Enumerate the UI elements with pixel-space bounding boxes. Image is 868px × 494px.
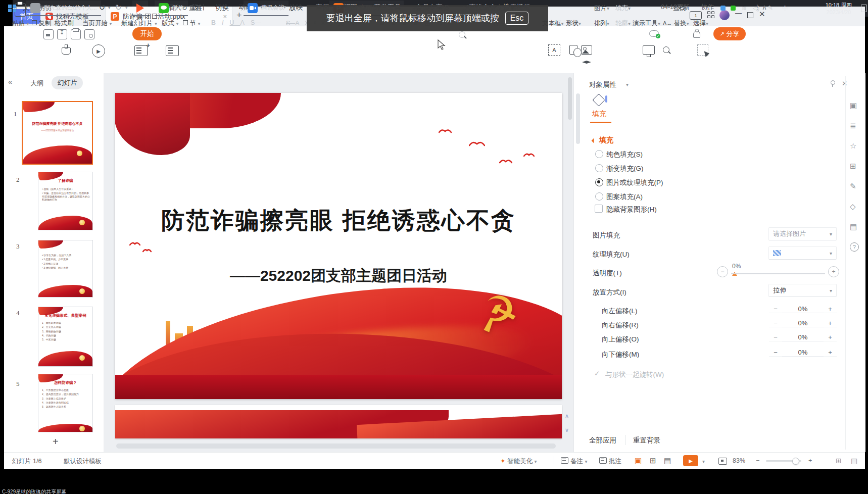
radio-picture-fill[interactable]: [595, 178, 603, 186]
fit-slide-icon[interactable]: [718, 458, 727, 465]
undo-caret-icon[interactable]: ▾: [108, 5, 111, 10]
transparency-minus-icon[interactable]: −: [717, 266, 728, 277]
tray-volume-icon[interactable]: ◁): [753, 5, 759, 12]
next-slide-arrow-icon[interactable]: ∨: [565, 427, 569, 433]
zoom-slider-knob[interactable]: [792, 458, 799, 465]
panel-scrollbar[interactable]: [576, 93, 580, 144]
paste-icon[interactable]: [15, 3, 26, 17]
export-icon[interactable]: [57, 29, 67, 39]
clock[interactable]: 10:18 周四 2023/4/20: [818, 2, 859, 16]
picture-icon[interactable]: [581, 45, 592, 55]
present-tools-icon[interactable]: [643, 45, 655, 55]
apps-grid-icon[interactable]: [707, 11, 714, 18]
tray-network-icon[interactable]: ≋: [742, 5, 747, 12]
notes-button[interactable]: 备注 ▾: [561, 457, 588, 466]
picture-select-dropdown[interactable]: 请选择图片 ▾: [768, 227, 837, 240]
offset-left-stepper[interactable]: −0%+: [769, 303, 837, 315]
avatar[interactable]: [719, 10, 730, 20]
fill-section-label[interactable]: 填充: [599, 136, 613, 145]
taskbar-item-chat[interactable]: 粥先森的白t的个人...: [26, 1, 101, 16]
panel-title-caret-icon[interactable]: ▾: [626, 82, 629, 87]
beautify-button[interactable]: ✦ 智能美化 ▾: [500, 457, 537, 466]
panel-list-icon[interactable]: ≣: [850, 121, 856, 130]
preview-icon[interactable]: [84, 29, 94, 39]
select-button[interactable]: 选择▾: [693, 19, 708, 28]
layout-button[interactable]: 版式 ▾: [162, 19, 179, 28]
format-painter-button[interactable]: 格式刷: [55, 19, 74, 28]
close-panel-icon[interactable]: ✕: [842, 79, 847, 87]
taskbar-item-wechat[interactable]: 微信: [155, 1, 188, 16]
slide-thumbnail-1[interactable]: 防范诈骗擦亮眼 拒绝诱惑心不贪 ——252202团支部主题团日活动: [22, 101, 93, 165]
offset-up-stepper[interactable]: −0%+: [769, 331, 837, 343]
taskbar-item-meeting[interactable]: 腾讯会议: [244, 1, 288, 16]
textbox-icon[interactable]: A: [548, 44, 560, 56]
tab-outline[interactable]: 大纲: [30, 79, 43, 88]
pages-icon[interactable]: ⊞: [850, 162, 856, 171]
diamond-icon[interactable]: ◇: [850, 202, 856, 211]
arrange-button[interactable]: 排列▾: [594, 19, 609, 28]
comments-button[interactable]: 批注: [599, 457, 621, 466]
slide-title[interactable]: 防范诈骗擦亮眼 拒绝诱惑心不贪: [115, 205, 562, 236]
previous-slide-arrow-icon[interactable]: ∧: [565, 413, 569, 419]
start-button[interactable]: [8, 5, 16, 13]
transparency-track[interactable]: [731, 273, 825, 274]
tray-pen-icon[interactable]: ✎: [768, 5, 773, 12]
print-icon[interactable]: [71, 29, 81, 39]
panel-title[interactable]: 对象属性: [589, 80, 616, 89]
zoom-out-button[interactable]: −: [756, 457, 759, 464]
present-tools-button[interactable]: 演示工具▾: [633, 19, 660, 28]
fullscreen-icon[interactable]: ⊞: [836, 457, 842, 465]
checkbox-hide-background[interactable]: [595, 205, 603, 213]
restore-button[interactable]: [747, 12, 753, 18]
offset-right-stepper[interactable]: −0%+: [769, 317, 837, 329]
notification-center-icon[interactable]: [861, 5, 867, 12]
slide-thumbnail-3[interactable]: • 以学生为例，分如下几类 • 1 恋爱单纯、少不更事 • 2 同情心泛滥 • …: [38, 240, 93, 298]
placement-dropdown[interactable]: 拉伸 ▾: [768, 284, 837, 297]
integration-mode-icon[interactable]: 1: [690, 11, 702, 20]
play-from-page-button[interactable]: 当页开始 ▾: [82, 19, 112, 28]
apply-all-button[interactable]: 全部应用: [589, 436, 616, 445]
replace-button[interactable]: A↔ 替换▾: [663, 19, 689, 28]
cloud-sync-icon[interactable]: [649, 30, 659, 37]
view-normal-button[interactable]: ▣: [635, 456, 642, 465]
tray-language-indicator[interactable]: 中: [782, 5, 788, 13]
section-collapse-icon[interactable]: [592, 138, 597, 143]
play-options-caret-icon[interactable]: ▾: [702, 459, 705, 464]
star-icon[interactable]: ☆: [850, 141, 856, 151]
slide-thumbnail-2[interactable]: 了解诈骗 • 视频（如果人生可以重来） • 诈骗，是指以非法占有为目的，用虚构事…: [38, 172, 93, 230]
fill-tab[interactable]: 填充: [592, 110, 606, 119]
template-name[interactable]: 默认设计模板: [64, 457, 102, 466]
tray-app-icon[interactable]: [720, 6, 726, 11]
tray-wechat-icon[interactable]: [731, 6, 736, 11]
add-slide-button[interactable]: +: [53, 436, 59, 448]
paste-button[interactable]: 粘贴 ▾: [12, 19, 29, 28]
pin-panel-icon[interactable]: [831, 80, 835, 85]
zoom-in-button[interactable]: +: [808, 457, 812, 464]
canvas-vertical-scrollbar[interactable]: [568, 77, 572, 120]
help-icon[interactable]: ?: [850, 242, 859, 252]
next-slide-preview[interactable]: [115, 405, 562, 438]
slide-thumbnail-5[interactable]: 怎样防诈骗？ 1、不贪图便宜和小恩惠 2、提高防范意识，提升辨别能力 3、注意网…: [38, 374, 93, 432]
slideshow-play-button[interactable]: ▶: [683, 455, 698, 466]
radio-solid-fill[interactable]: [595, 150, 603, 158]
section-button[interactable]: 节 ▾: [183, 19, 201, 28]
new-slide-icon[interactable]: [134, 45, 148, 56]
transparency-plus-icon[interactable]: +: [828, 266, 839, 277]
layout-switch-icon[interactable]: ▤: [851, 457, 857, 465]
select-icon[interactable]: [697, 44, 708, 56]
play-from-page-icon[interactable]: ▶: [92, 44, 105, 58]
menu-item-slideshow[interactable]: 放映: [289, 3, 303, 12]
slide-thumbnail-4[interactable]: 常见诈骗形式、典型案例 1、网络刷单诈骗 2、冒充熟人诈骗 3、网络购物诈骗 4…: [38, 307, 93, 367]
pencil-icon[interactable]: ✎: [850, 182, 856, 191]
radio-pattern-fill[interactable]: [595, 192, 603, 201]
texture-select-dropdown[interactable]: ▾: [768, 246, 837, 260]
view-sorter-button[interactable]: ⊞: [650, 456, 656, 465]
panel-view-icon[interactable]: ▣: [850, 101, 857, 110]
more-caret-icon[interactable]: ▾: [125, 5, 128, 10]
format-painter-icon[interactable]: [62, 47, 71, 55]
find-icon[interactable]: [663, 46, 669, 53]
radio-gradient-fill[interactable]: [595, 164, 603, 172]
collapse-panel-icon[interactable]: «: [8, 77, 12, 86]
save-icon[interactable]: [43, 29, 54, 39]
picture-button[interactable]: 图片▾: [594, 4, 609, 13]
